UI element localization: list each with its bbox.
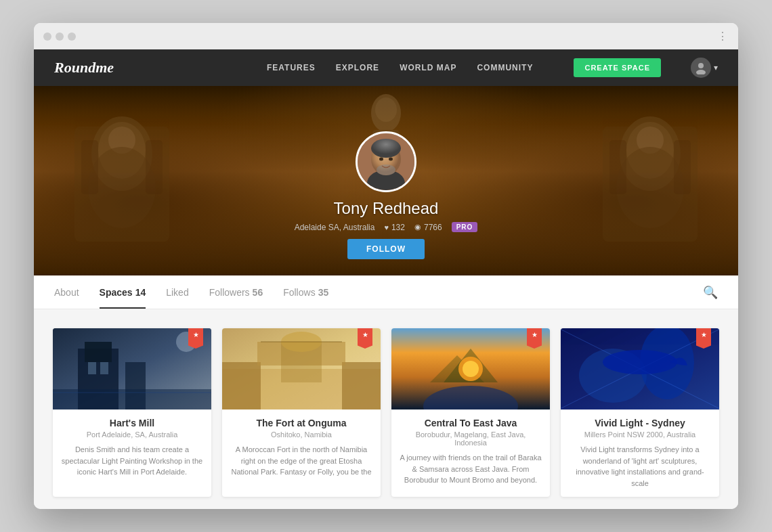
- card-bookmark: ★: [188, 328, 203, 349]
- card-east-java[interactable]: ★ Central To East Java Borobudur, Magela…: [391, 328, 550, 497]
- heart-icon: ♥: [384, 223, 389, 231]
- svg-point-1: [696, 70, 706, 74]
- svg-point-48: [463, 361, 479, 377]
- bookmark-star-icon-4: ★: [701, 331, 707, 338]
- card-harts-mill-title: Hart's Mill: [61, 418, 203, 428]
- card-vivid-sydney-location: Millers Point NSW 2000, Australia: [569, 430, 711, 439]
- tab-follows[interactable]: Follows 35: [283, 275, 328, 309]
- avatar-image: [358, 133, 414, 190]
- nav-explore[interactable]: EXPLORE: [336, 63, 379, 72]
- tab-follows-label: Follows: [283, 287, 315, 298]
- bookmark-star-icon-2: ★: [362, 331, 368, 338]
- stone-sculpture-left: [61, 99, 183, 248]
- profile-meta: Adelaide SA, Australia ♥ 132 ◉ 7766 PRO: [295, 222, 478, 232]
- navbar-chevron-icon: ▾: [714, 63, 718, 72]
- svg-rect-29: [88, 362, 96, 374]
- svg-rect-15: [674, 140, 691, 194]
- stone-sculpture-right: [589, 99, 711, 248]
- svg-point-22: [371, 139, 401, 158]
- profile-views-stat: ◉ 7766: [414, 223, 442, 232]
- svg-point-24: [379, 158, 383, 161]
- card-east-java-body: Central To East Java Borobudur, Magelang…: [391, 409, 550, 494]
- card-bookmark-2: ★: [358, 328, 372, 349]
- cards-grid: ★ Hart's Mill Port Adelaide, SA, Austral…: [34, 309, 738, 509]
- card-east-java-location: Borobudur, Magelang, East Java, Indonesi…: [400, 430, 542, 447]
- svg-rect-28: [85, 342, 112, 362]
- tab-spaces[interactable]: Spaces 14: [100, 275, 146, 309]
- browser-dot-red[interactable]: [43, 32, 51, 41]
- card-harts-mill-location: Port Adelaide, SA, Australia: [61, 430, 203, 439]
- pro-badge: PRO: [452, 222, 478, 232]
- card-harts-mill-image: ★: [53, 328, 211, 409]
- svg-point-25: [389, 158, 393, 161]
- profile-likes-stat: ♥ 132: [384, 223, 405, 232]
- browser-dots: [43, 32, 76, 41]
- tab-followers-count: 56: [253, 287, 263, 298]
- svg-rect-38: [342, 362, 381, 409]
- card-bookmark-4: ★: [696, 328, 711, 349]
- nav-community[interactable]: COMMUNITY: [477, 63, 533, 72]
- browser-menu-icon[interactable]: ⋮: [717, 30, 729, 43]
- create-space-button[interactable]: CREATE SPACE: [574, 58, 661, 77]
- card-vivid-sydney-desc: Vivid Light transforms Sydney into a won…: [569, 444, 711, 489]
- tab-follows-count: 35: [318, 287, 329, 298]
- card-fort-onguma-desc: A Moroccan Fort in the north of Namibia …: [230, 444, 372, 478]
- tab-followers[interactable]: Followers 56: [209, 275, 263, 309]
- svg-point-17: [375, 97, 397, 122]
- card-vivid-sydney-body: Vivid Light - Sydney Millers Point NSW 2…: [561, 409, 719, 497]
- tab-about[interactable]: About: [54, 275, 79, 309]
- browser-dot-yellow[interactable]: [56, 32, 64, 41]
- navbar-links: FEATURES EXPLORE WORLD MAP COMMUNITY CRE…: [267, 58, 718, 78]
- svg-point-55: [603, 350, 677, 374]
- svg-rect-14: [609, 140, 626, 194]
- navbar-user[interactable]: ▾: [691, 58, 718, 78]
- nav-features[interactable]: FEATURES: [267, 63, 316, 72]
- navbar-logo[interactable]: Roundme: [54, 59, 267, 76]
- card-vivid-sydney-title: Vivid Light - Sydney: [569, 418, 711, 428]
- card-harts-mill-desc: Denis Smith and his team create a specta…: [61, 444, 203, 478]
- bookmark-star-icon-3: ★: [532, 331, 538, 338]
- tab-spaces-label: Spaces: [100, 287, 133, 298]
- card-fort-onguma-title: The Fort at Onguma: [230, 418, 372, 428]
- svg-rect-30: [100, 362, 108, 374]
- tab-liked-label: Liked: [166, 287, 188, 298]
- profile-name: Tony Redhead: [334, 199, 439, 218]
- card-vivid-sydney-image: ★: [561, 328, 719, 409]
- tab-followers-label: Followers: [209, 287, 250, 298]
- tabs-bar: About Spaces 14 Liked Followers 56 Follo…: [34, 275, 738, 309]
- card-harts-mill[interactable]: ★ Hart's Mill Port Adelaide, SA, Austral…: [53, 328, 211, 497]
- bookmark-star-icon: ★: [193, 331, 199, 338]
- profile-cover: Tony Redhead Adelaide SA, Australia ♥ 13…: [34, 86, 738, 275]
- card-fort-onguma-location: Oshitoko, Namibia: [230, 430, 372, 439]
- navbar-avatar: [691, 58, 711, 78]
- tab-liked[interactable]: Liked: [166, 275, 188, 309]
- navbar: Roundme FEATURES EXPLORE WORLD MAP COMMU…: [34, 49, 738, 86]
- profile-avatar[interactable]: [356, 131, 416, 192]
- card-fort-onguma-image: ★: [222, 328, 381, 409]
- search-icon[interactable]: 🔍: [703, 285, 718, 300]
- profile-location: Adelaide SA, Australia: [295, 223, 375, 232]
- card-east-java-image: ★: [391, 328, 550, 409]
- browser-chrome: ⋮: [34, 23, 738, 49]
- tab-about-label: About: [54, 287, 79, 298]
- browser-dot-green[interactable]: [68, 32, 76, 41]
- tabs-list: About Spaces 14 Liked Followers 56 Follo…: [54, 275, 328, 309]
- browser-window: ⋮ Roundme FEATURES EXPLORE WORLD MAP COM…: [34, 23, 738, 509]
- svg-rect-37: [222, 362, 261, 409]
- profile-likes-count: 132: [391, 223, 405, 232]
- svg-point-23: [377, 164, 395, 175]
- card-east-java-title: Central To East Java: [400, 418, 542, 428]
- card-bookmark-3: ★: [527, 328, 542, 349]
- svg-rect-8: [146, 140, 163, 194]
- follow-button[interactable]: FOLLOW: [347, 239, 425, 259]
- card-vivid-sydney[interactable]: ★ Vivid Light - Sydney Millers Point NSW…: [561, 328, 719, 497]
- card-east-java-desc: A journey with friends on the trail of B…: [400, 452, 542, 486]
- svg-point-0: [698, 63, 704, 68]
- profile-views-count: 7766: [424, 223, 442, 232]
- card-fort-onguma[interactable]: ★ The Fort at Onguma Oshitoko, Namibia A…: [222, 328, 381, 497]
- card-fort-onguma-body: The Fort at Onguma Oshitoko, Namibia A M…: [222, 409, 381, 486]
- svg-rect-7: [81, 140, 98, 194]
- nav-world-map[interactable]: WORLD MAP: [400, 63, 456, 72]
- tab-spaces-count: 14: [135, 287, 146, 298]
- eye-icon: ◉: [414, 223, 421, 231]
